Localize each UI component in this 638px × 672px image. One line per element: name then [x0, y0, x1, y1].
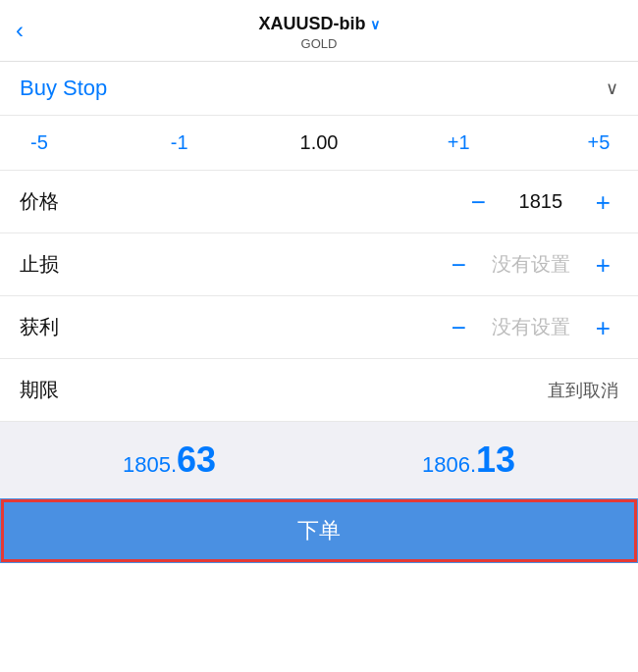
take-profit-label: 获利 [20, 314, 98, 340]
expiry-row[interactable]: 期限 直到取消 [0, 359, 638, 422]
price-row: 价格 − 1815 + [0, 171, 638, 233]
back-button[interactable]: ‹ [16, 19, 24, 42]
take-profit-minus-button[interactable]: − [436, 315, 482, 340]
price-label: 价格 [20, 188, 98, 215]
bid-price-block: 1805. 63 [123, 439, 216, 481]
order-type-row[interactable]: Buy Stop ∨ [0, 62, 638, 116]
take-profit-row: 获利 − 没有设置 + [0, 296, 638, 359]
instrument-chevron-icon[interactable]: ∨ [370, 17, 380, 32]
ask-price-block: 1806. 13 [422, 439, 515, 481]
take-profit-plus-button[interactable]: + [580, 315, 618, 340]
quantity-plus5-button[interactable]: +5 [579, 131, 618, 154]
stop-loss-label: 止损 [20, 251, 98, 278]
take-profit-placeholder[interactable]: 没有设置 [482, 314, 580, 340]
stop-loss-minus-button[interactable]: − [436, 252, 482, 278]
ask-price-main: 1806. [422, 452, 476, 478]
quantity-value: 1.00 [300, 131, 339, 154]
instrument-title: XAUUSD-bib ∨ [259, 14, 380, 34]
instrument-subtitle: GOLD [259, 36, 380, 51]
quantity-plus1-button[interactable]: +1 [439, 131, 478, 154]
price-minus-button[interactable]: − [455, 189, 502, 215]
header-title-block: XAUUSD-bib ∨ GOLD [259, 14, 380, 51]
expiry-value: 直到取消 [548, 379, 618, 402]
header: ‹ XAUUSD-bib ∨ GOLD [0, 0, 638, 62]
bid-price-main: 1805. [123, 452, 177, 478]
submit-button[interactable]: 下单 [0, 498, 638, 563]
price-plus-button[interactable]: + [580, 189, 618, 215]
quantity-minus1-button[interactable]: -1 [160, 131, 199, 154]
submit-row: 下单 [0, 498, 638, 563]
quantity-minus5-button[interactable]: -5 [20, 131, 59, 154]
expiry-label: 期限 [20, 377, 59, 403]
bid-price-decimal: 63 [177, 439, 216, 481]
order-type-chevron-icon: ∨ [606, 78, 618, 99]
ask-price-decimal: 13 [476, 439, 515, 481]
price-value[interactable]: 1815 [502, 190, 580, 213]
quantity-row: -5 -1 1.00 +1 +5 [0, 116, 638, 171]
stop-loss-placeholder[interactable]: 没有设置 [482, 251, 580, 278]
price-footer: 1805. 63 1806. 13 [0, 422, 638, 498]
order-type-label: Buy Stop [20, 76, 107, 101]
instrument-name: XAUUSD-bib [259, 14, 366, 34]
stop-loss-row: 止损 − 没有设置 + [0, 233, 638, 296]
stop-loss-plus-button[interactable]: + [580, 252, 618, 278]
